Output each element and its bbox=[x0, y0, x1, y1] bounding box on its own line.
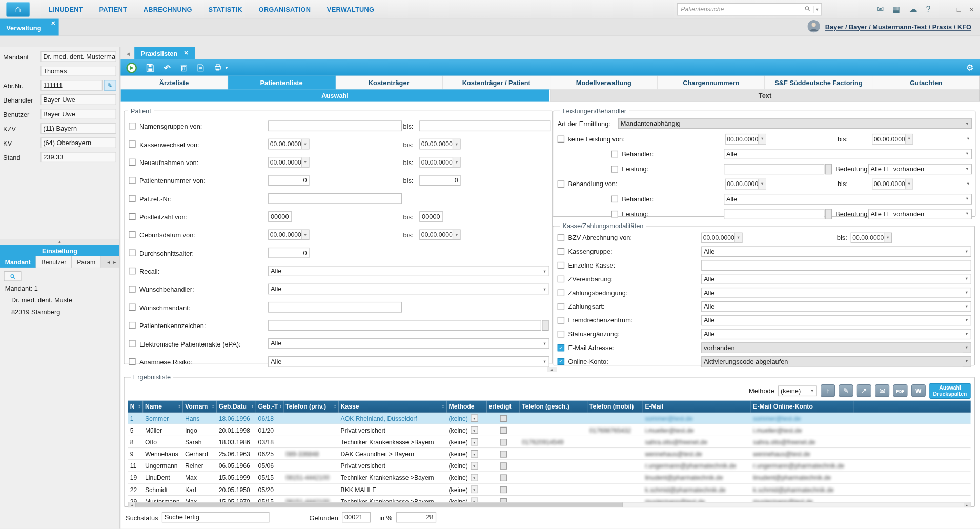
checkbox[interactable] bbox=[500, 438, 507, 445]
einstellung-tab-mandant[interactable]: Mandant bbox=[0, 256, 36, 268]
chevron-down-icon[interactable]: ▾ bbox=[816, 7, 818, 12]
checkbox[interactable] bbox=[611, 166, 618, 172]
text-input[interactable]: 00000 bbox=[419, 211, 443, 222]
checkbox[interactable] bbox=[558, 234, 564, 241]
scroll-up-icon[interactable]: ▲ bbox=[547, 367, 557, 372]
column-header-kasse[interactable]: Kasse↕ bbox=[339, 401, 447, 413]
checkbox[interactable] bbox=[611, 210, 618, 217]
field-value[interactable]: Thomas bbox=[40, 66, 116, 76]
table-row[interactable]: 9WennehausGerhard25.06.196306/25089-3368… bbox=[128, 448, 971, 460]
menu-item-patient[interactable]: PATIENT bbox=[99, 5, 128, 13]
date-input[interactable]: 00.00.0000▾ bbox=[419, 230, 460, 240]
column-header-tel_priv[interactable]: Telefon (priv.)↕ bbox=[284, 401, 339, 413]
date-input[interactable]: 00.00.0000▾ bbox=[872, 133, 913, 144]
chevron-down-icon[interactable]: ▾ bbox=[884, 233, 891, 242]
table-row[interactable]: 5MüllerIngo20.01.199801/20Privat versich… bbox=[128, 424, 971, 436]
print-button[interactable]: ▼ bbox=[214, 64, 229, 71]
tab-kostentr-ger[interactable]: Kostenträger bbox=[336, 76, 443, 90]
text-input[interactable]: 0 bbox=[419, 175, 460, 186]
tab-gutachten[interactable]: Gutachten bbox=[872, 76, 980, 90]
chevron-down-icon[interactable]: ▼ bbox=[224, 65, 229, 70]
dropdown[interactable]: Alle▾ bbox=[701, 273, 971, 284]
dropdown[interactable]: Alle▾ bbox=[724, 193, 972, 204]
checkbox[interactable] bbox=[129, 322, 135, 329]
chevron-down-icon[interactable]: ▾ bbox=[301, 139, 309, 149]
scroll-up-icon[interactable]: ▲ bbox=[0, 239, 119, 245]
dropdown[interactable]: Alle▾ bbox=[701, 301, 971, 312]
checkbox[interactable] bbox=[129, 177, 135, 184]
dropdown[interactable]: Alle▾ bbox=[268, 284, 549, 295]
tab-patientenliste[interactable]: Patientenliste bbox=[228, 76, 336, 90]
delete-icon[interactable] bbox=[180, 64, 188, 72]
checkbox[interactable] bbox=[500, 415, 507, 421]
cell-methode[interactable]: (keine)▾ bbox=[447, 496, 487, 502]
table-row[interactable]: 22SchmidtKarl20.05.195005/20BKK MAHLE(ke… bbox=[128, 484, 971, 496]
browse-button[interactable] bbox=[825, 209, 832, 219]
tab-s-f-s-ddeutsche-factoring[interactable]: S&F Süddeutsche Factoring bbox=[765, 76, 873, 90]
column-header-erledigt[interactable]: erledigt bbox=[487, 401, 520, 413]
chevron-down-icon[interactable]: ▾ bbox=[965, 181, 972, 187]
text-input[interactable] bbox=[268, 193, 402, 204]
text-input[interactable] bbox=[419, 120, 550, 131]
help-icon[interactable]: ? bbox=[926, 5, 931, 14]
tab-rzteliste[interactable]: Ärzteliste bbox=[120, 76, 228, 90]
checkbox[interactable] bbox=[129, 213, 135, 220]
pdf-export-icon[interactable]: PDF bbox=[893, 384, 908, 397]
browse-button[interactable] bbox=[542, 320, 548, 331]
word-export-icon[interactable]: W bbox=[911, 384, 926, 397]
text-input[interactable]: 00000 bbox=[268, 211, 292, 222]
date-input[interactable]: 00.00.0000▾ bbox=[268, 157, 309, 168]
field-value[interactable]: 239.33 bbox=[40, 152, 116, 162]
avatar[interactable] bbox=[808, 20, 820, 34]
dropdown[interactable]: Alle▾ bbox=[701, 246, 971, 257]
dropdown[interactable]: Alle▾ bbox=[724, 149, 972, 159]
menu-item-organisation[interactable]: ORGANISATION bbox=[259, 5, 311, 13]
maximize-button[interactable]: □ bbox=[957, 5, 961, 13]
text-input[interactable] bbox=[724, 164, 824, 174]
date-input[interactable]: 00.00.0000▾ bbox=[725, 178, 766, 189]
column-header-email_online[interactable]: E-Mail Online-Konto bbox=[751, 401, 854, 413]
tab-modellverwaltung[interactable]: Modellverwaltung bbox=[550, 76, 658, 90]
chevron-down-icon[interactable]: ▾ bbox=[758, 134, 766, 144]
einstellung-tab-param[interactable]: Param bbox=[72, 256, 101, 268]
scrollbar-track[interactable] bbox=[623, 502, 964, 507]
run-icon[interactable]: ▶ bbox=[126, 62, 137, 73]
chevron-down-icon[interactable]: ▾ bbox=[471, 462, 478, 470]
checkbox[interactable] bbox=[129, 304, 135, 311]
tab-kostentr-ger-patient[interactable]: Kostenträger / Patient bbox=[443, 76, 550, 90]
chevron-down-icon[interactable]: ▾ bbox=[471, 498, 478, 502]
undo-icon[interactable]: ↶ bbox=[164, 63, 170, 72]
mail-icon[interactable]: ✉ bbox=[877, 5, 884, 14]
checkbox[interactable] bbox=[500, 451, 507, 457]
checkbox[interactable] bbox=[558, 261, 564, 268]
dropdown[interactable]: Alle▾ bbox=[268, 356, 549, 367]
dropdown[interactable]: Alle▾ bbox=[701, 329, 971, 339]
checkbox[interactable] bbox=[500, 462, 507, 469]
edit-icon[interactable]: ✎ bbox=[839, 384, 853, 397]
checkbox[interactable] bbox=[500, 426, 507, 433]
checkbox[interactable] bbox=[129, 231, 135, 238]
chevron-down-icon[interactable]: ▾ bbox=[471, 426, 478, 434]
scroll-left-icon[interactable]: ◄ bbox=[106, 260, 110, 264]
date-input[interactable]: 00.00.0000▾ bbox=[268, 230, 309, 240]
column-header-gebt[interactable]: Geb.-T↕ bbox=[256, 401, 284, 413]
menu-item-abrechnung[interactable]: ABRECHNUNG bbox=[144, 5, 192, 13]
column-header-methode[interactable]: Methode bbox=[447, 401, 487, 413]
menu-item-statistik[interactable]: STATISTIK bbox=[208, 5, 242, 13]
field-value[interactable]: 111111 bbox=[40, 80, 103, 91]
checkbox[interactable] bbox=[129, 195, 135, 201]
checkbox[interactable] bbox=[558, 317, 564, 323]
text-input[interactable]: 0 bbox=[268, 175, 309, 186]
field-value[interactable]: (64) Oberbayern bbox=[40, 137, 116, 148]
text-input[interactable]: 0 bbox=[268, 248, 309, 258]
report-icon[interactable] bbox=[197, 64, 205, 72]
minimize-button[interactable]: – bbox=[944, 5, 948, 13]
column-header-email[interactable]: E-Mail bbox=[643, 401, 751, 413]
checkbox[interactable] bbox=[129, 286, 135, 292]
einstellung-tab-benutzer[interactable]: Benutzer bbox=[36, 256, 72, 268]
field-value[interactable]: Dr. med. dent. Musterma bbox=[40, 51, 116, 62]
chevron-down-icon[interactable]: ▾ bbox=[471, 474, 478, 481]
send-mail-icon[interactable]: ✉ bbox=[875, 384, 889, 397]
chevron-down-icon[interactable]: ▾ bbox=[453, 230, 460, 239]
patient-search-box[interactable]: Patientensuche ▾ bbox=[677, 3, 822, 15]
